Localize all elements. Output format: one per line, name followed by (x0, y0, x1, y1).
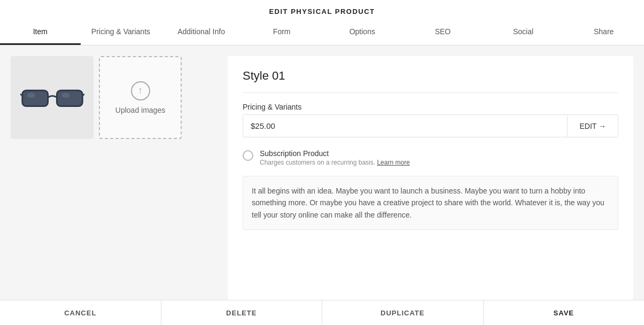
page-title: EDIT PHYSICAL PRODUCT (0, 7, 644, 16)
save-button[interactable]: SAVE (484, 300, 645, 325)
description-text: It all begins with an idea. Maybe you wa… (243, 176, 618, 230)
price-value: $25.00 (243, 115, 567, 137)
tab-seo[interactable]: SEO (402, 21, 483, 45)
edit-pricing-button[interactable]: EDIT → (567, 115, 618, 137)
bottom-bar: CANCEL DELETE DUPLICATE SAVE (0, 300, 644, 325)
pricing-row: $25.00 EDIT → (243, 114, 618, 137)
left-panel: ↑ Upload images (11, 56, 219, 300)
pricing-section-label: Pricing & Variants (243, 103, 618, 111)
subscription-row: Subscription Product Charges customers o… (243, 147, 618, 166)
tab-form[interactable]: Form (242, 21, 322, 45)
product-image (11, 56, 94, 139)
svg-point-5 (61, 92, 69, 97)
svg-line-2 (20, 94, 22, 95)
sunglasses-illustration (20, 79, 84, 117)
tab-pricing-variants[interactable]: Pricing & Variants (81, 21, 161, 45)
upload-images-area[interactable]: ↑ Upload images (99, 56, 182, 139)
duplicate-button[interactable]: DUPLICATE (322, 300, 484, 325)
page-header: EDIT PHYSICAL PRODUCT Item Pricing & Var… (0, 0, 644, 45)
tab-item[interactable]: Item (0, 21, 81, 45)
upload-icon: ↑ (131, 81, 150, 100)
cancel-button[interactable]: CANCEL (0, 300, 161, 325)
learn-more-link[interactable]: Learn more (377, 159, 409, 166)
upload-images-label: Upload images (115, 106, 165, 114)
subscription-sublabel: Charges customers on a recurring basis. … (260, 159, 410, 166)
tab-social[interactable]: Social (483, 21, 564, 45)
tabs-bar: Item Pricing & Variants Additional Info … (0, 21, 644, 45)
subscription-text: Subscription Product Charges customers o… (260, 149, 410, 166)
subscription-radio[interactable] (243, 150, 253, 161)
tab-additional-info[interactable]: Additional Info (161, 21, 242, 45)
main-content: ↑ Upload images Style 01 Pricing & Varia… (0, 45, 644, 300)
subscription-sub-text: Charges customers on a recurring basis. (260, 159, 377, 166)
delete-button[interactable]: DELETE (161, 300, 323, 325)
pricing-section: Pricing & Variants $25.00 EDIT → (243, 103, 618, 137)
svg-point-4 (27, 92, 35, 97)
subscription-label: Subscription Product (260, 149, 410, 158)
divider-1 (243, 92, 618, 93)
style-title: Style 01 (243, 69, 618, 83)
tab-share[interactable]: Share (563, 21, 644, 45)
svg-line-3 (82, 94, 84, 95)
right-panel: Style 01 Pricing & Variants $25.00 EDIT … (228, 56, 633, 300)
svg-rect-0 (22, 90, 48, 106)
tab-options[interactable]: Options (322, 21, 403, 45)
svg-rect-1 (57, 90, 82, 106)
